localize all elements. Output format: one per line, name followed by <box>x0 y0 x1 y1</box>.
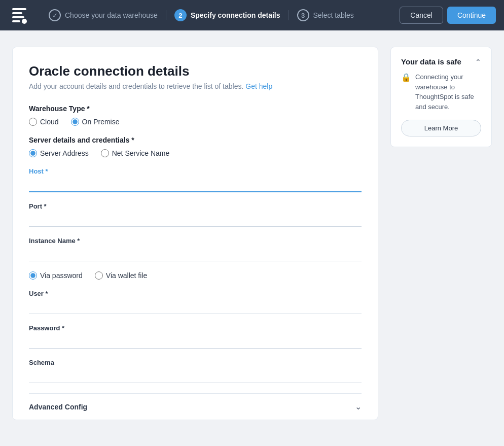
nav-step-3: 3 Select tables <box>289 9 362 21</box>
schema-input[interactable] <box>29 368 362 383</box>
advanced-config-label: Advanced Config <box>29 403 87 411</box>
cancel-button[interactable]: Cancel <box>400 7 443 24</box>
advanced-config[interactable]: Advanced Config ⌄ <box>29 393 362 420</box>
radio-via-wallet-label: Via wallet file <box>106 271 147 280</box>
warehouse-type-label: Warehouse Type * <box>29 105 362 113</box>
learn-more-button[interactable]: Learn More <box>401 120 481 136</box>
schema-label: Schema <box>29 359 362 366</box>
step3-number: 3 <box>297 9 309 21</box>
auth-radio-group: Via password Via wallet file <box>29 271 362 280</box>
sidebar-description: Connecting your warehouse to ThoughtSpot… <box>415 72 481 112</box>
password-input[interactable] <box>29 334 362 349</box>
radio-cloud-input[interactable] <box>29 118 37 126</box>
svg-rect-2 <box>12 16 24 18</box>
radio-server-address-label: Server Address <box>40 149 89 157</box>
host-label: Host * <box>29 167 362 175</box>
radio-cloud-label: Cloud <box>40 118 59 126</box>
radio-on-premise-input[interactable] <box>71 118 79 126</box>
user-input[interactable] <box>29 299 362 314</box>
continue-button[interactable]: Continue <box>447 7 496 24</box>
radio-cloud[interactable]: Cloud <box>29 118 59 126</box>
radio-net-service-name[interactable]: Net Service Name <box>101 149 170 157</box>
nav-step-1: ✓ Choose your data warehouse <box>41 9 166 21</box>
step2-number: 2 <box>174 9 187 21</box>
top-nav: ✓ Choose your data warehouse 2 Specify c… <box>0 0 504 30</box>
step1-check-icon: ✓ <box>49 9 61 21</box>
sidebar-title: Your data is safe <box>401 57 461 66</box>
step-divider-2 <box>289 10 289 20</box>
radio-server-address[interactable]: Server Address <box>29 149 89 157</box>
radio-via-wallet-input[interactable] <box>95 271 103 280</box>
main-content: Oracle connection details Add your accou… <box>0 30 504 436</box>
radio-via-wallet[interactable]: Via wallet file <box>95 271 147 280</box>
svg-rect-3 <box>12 20 20 22</box>
svg-rect-1 <box>12 12 22 14</box>
svg-rect-0 <box>12 8 26 10</box>
chevron-down-icon: ⌄ <box>355 402 362 411</box>
port-input[interactable] <box>29 212 362 227</box>
nav-buttons: Cancel Continue <box>400 7 496 24</box>
page-title: Oracle connection details <box>29 63 362 79</box>
sidebar-panel: Your data is safe ⌃ 🔒 Connecting your wa… <box>390 47 492 147</box>
port-label: Port * <box>29 202 362 210</box>
form-panel: Oracle connection details Add your accou… <box>12 47 378 420</box>
step1-label: Choose your data warehouse <box>65 11 158 19</box>
port-field-group: Port * <box>29 202 362 227</box>
user-label: User * <box>29 290 362 297</box>
radio-server-address-input[interactable] <box>29 149 37 157</box>
host-input[interactable] <box>29 177 362 192</box>
warehouse-type-radio-group: Cloud On Premise <box>29 118 362 126</box>
instance-name-label: Instance Name * <box>29 237 362 245</box>
server-details-radio-group: Server Address Net Service Name <box>29 149 362 157</box>
host-field-group: Host * <box>29 167 362 192</box>
password-label: Password * <box>29 324 362 332</box>
step3-label: Select tables <box>313 11 354 19</box>
help-link[interactable]: Get help <box>245 82 272 90</box>
svg-point-4 <box>22 19 27 24</box>
radio-net-service-name-label: Net Service Name <box>112 149 170 157</box>
page-subtitle: Add your account details and credentials… <box>29 82 362 90</box>
sidebar-header: Your data is safe ⌃ <box>401 57 481 66</box>
radio-via-password-label: Via password <box>40 271 83 280</box>
sidebar-body: 🔒 Connecting your warehouse to ThoughtSp… <box>401 72 481 112</box>
logo <box>8 4 30 26</box>
lock-icon: 🔒 <box>401 73 411 82</box>
step2-label: Specify connection details <box>191 11 280 19</box>
radio-via-password-input[interactable] <box>29 271 37 280</box>
schema-field-group: Schema <box>29 359 362 383</box>
server-details-label: Server details and credentials * <box>29 136 362 144</box>
radio-on-premise-label: On Premise <box>82 118 120 126</box>
nav-step-2: 2 Specify connection details <box>166 9 289 21</box>
step-divider-1 <box>166 10 166 20</box>
radio-on-premise[interactable]: On Premise <box>71 118 120 126</box>
instance-name-input[interactable] <box>29 247 362 261</box>
nav-steps: ✓ Choose your data warehouse 2 Specify c… <box>41 9 395 21</box>
chevron-up-icon: ⌃ <box>475 58 481 66</box>
radio-via-password[interactable]: Via password <box>29 271 83 280</box>
user-field-group: User * <box>29 290 362 314</box>
instance-name-field-group: Instance Name * <box>29 237 362 261</box>
radio-net-service-name-input[interactable] <box>101 149 109 157</box>
password-field-group: Password * <box>29 324 362 349</box>
